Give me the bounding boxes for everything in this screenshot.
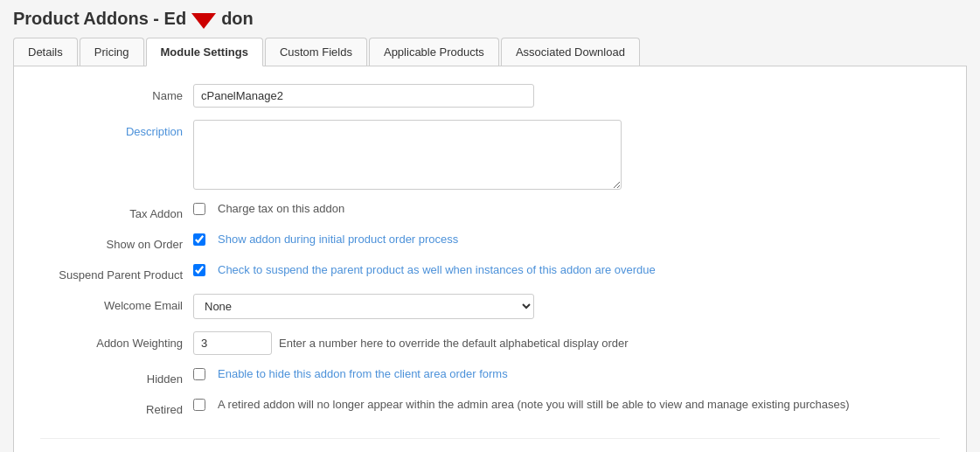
- description-textarea[interactable]: [193, 120, 622, 190]
- name-input[interactable]: [193, 84, 534, 108]
- title-text-suffix: don: [221, 9, 254, 29]
- show-on-order-control-wrap: Show addon during initial product order …: [193, 233, 940, 246]
- tab-associated-download[interactable]: Associated Download: [501, 38, 640, 66]
- addon-weighting-hint: Enter a number here to override the defa…: [279, 337, 629, 350]
- retired-checkbox[interactable]: [193, 399, 205, 411]
- tab-pricing[interactable]: Pricing: [80, 38, 144, 66]
- welcome-email-control-wrap: None: [193, 294, 940, 319]
- addon-weighting-input[interactable]: [193, 331, 272, 355]
- tab-applicable-products[interactable]: Applicable Products: [369, 38, 499, 66]
- show-on-order-checkbox[interactable]: [193, 233, 205, 246]
- down-arrow-icon: [191, 13, 216, 29]
- description-label: Description: [40, 120, 193, 138]
- hidden-label: Hidden: [40, 367, 193, 386]
- tab-custom-fields[interactable]: Custom Fields: [265, 38, 367, 66]
- addon-weighting-row: Addon Weighting Enter a number here to o…: [40, 331, 940, 355]
- tab-module-settings[interactable]: Module Settings: [146, 38, 263, 66]
- welcome-email-label: Welcome Email: [40, 294, 193, 312]
- hidden-row: Hidden Enable to hide this addon from th…: [40, 367, 940, 386]
- page-wrapper: Product Addons - Ed don Details Pricing …: [0, 0, 980, 452]
- hidden-control-wrap: Enable to hide this addon from the clien…: [193, 367, 940, 380]
- suspend-parent-checkbox[interactable]: [193, 264, 205, 276]
- tax-addon-label: Tax Addon: [40, 202, 193, 220]
- suspend-parent-checkbox-label: Check to suspend the parent product as w…: [218, 263, 656, 276]
- show-on-order-checkbox-label: Show addon during initial product order …: [218, 233, 458, 246]
- addon-weighting-label: Addon Weighting: [40, 331, 193, 350]
- form-panel: Name Description Tax Addon Charge tax on…: [13, 66, 967, 452]
- retired-row: Retired A retired addon will no longer a…: [40, 398, 940, 416]
- description-row: Description: [40, 120, 940, 190]
- tax-addon-checkbox[interactable]: [193, 203, 205, 215]
- suspend-parent-label: Suspend Parent Product: [40, 263, 193, 282]
- tax-addon-checkbox-label: Charge tax on this addon: [218, 202, 344, 215]
- tax-addon-row: Tax Addon Charge tax on this addon: [40, 202, 940, 220]
- title-text-prefix: Product Addons - Ed: [13, 9, 186, 29]
- tab-details[interactable]: Details: [13, 38, 78, 66]
- addon-weighting-control-wrap: Enter a number here to override the defa…: [193, 331, 940, 355]
- retired-checkbox-label: A retired addon will no longer appear wi…: [218, 398, 850, 411]
- suspend-parent-control-wrap: Check to suspend the parent product as w…: [193, 263, 940, 276]
- name-row: Name: [40, 84, 940, 108]
- welcome-email-row: Welcome Email None: [40, 294, 940, 319]
- tax-addon-control-wrap: Charge tax on this addon: [193, 202, 940, 215]
- show-on-order-label: Show on Order: [40, 233, 193, 251]
- hidden-checkbox-label: Enable to hide this addon from the clien…: [218, 367, 508, 380]
- name-label: Name: [40, 84, 193, 102]
- retired-label: Retired: [40, 398, 193, 416]
- hidden-checkbox[interactable]: [193, 368, 205, 380]
- retired-control-wrap: A retired addon will no longer appear wi…: [193, 398, 940, 411]
- tab-bar: Details Pricing Module Settings Custom F…: [13, 38, 967, 66]
- page-title: Product Addons - Ed don: [13, 9, 967, 29]
- buttons-row: Save Changes Cancel Changes: [40, 438, 940, 452]
- suspend-parent-row: Suspend Parent Product Check to suspend …: [40, 263, 940, 282]
- description-control-wrap: [193, 120, 940, 190]
- show-on-order-row: Show on Order Show addon during initial …: [40, 233, 940, 251]
- name-control-wrap: [193, 84, 940, 108]
- welcome-email-select[interactable]: None: [193, 294, 534, 319]
